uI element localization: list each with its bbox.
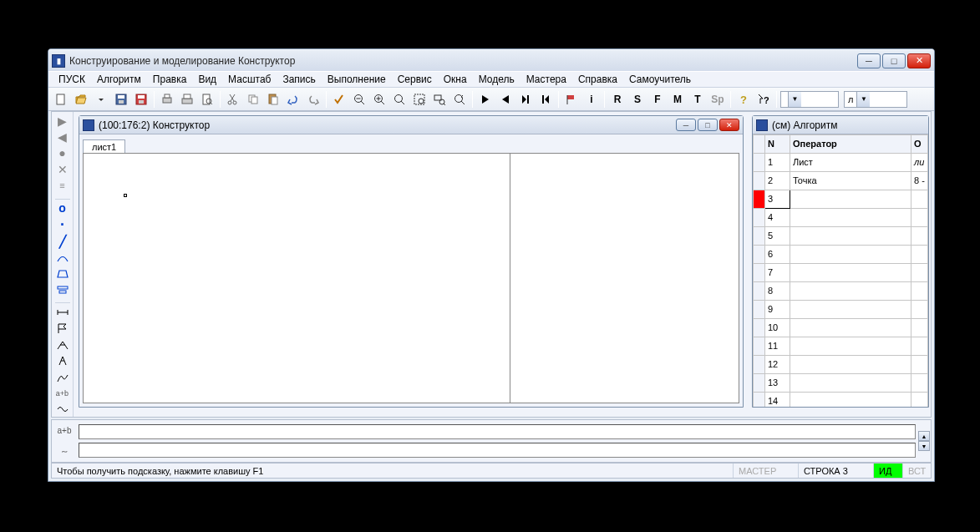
- play-icon[interactable]: [476, 90, 495, 109]
- tab-sheet1[interactable]: лист1: [83, 139, 125, 154]
- letter-m[interactable]: M: [668, 90, 687, 109]
- table-row[interactable]: 9: [754, 301, 928, 319]
- print-setup-icon[interactable]: [158, 90, 176, 109]
- zoom-out-icon[interactable]: [350, 90, 368, 109]
- minimize-button[interactable]: ─: [857, 53, 881, 68]
- table-row[interactable]: 4: [754, 209, 928, 227]
- save-icon[interactable]: [112, 90, 130, 109]
- titlebar[interactable]: ▮ Конструирование и моделирование Констр…: [48, 49, 934, 71]
- menu-execution[interactable]: Выполнение: [322, 72, 391, 87]
- table-row[interactable]: 6: [754, 246, 928, 264]
- flag-icon[interactable]: [562, 90, 581, 109]
- chevron-down-icon[interactable]: ▼: [788, 92, 801, 107]
- preview-icon[interactable]: [198, 90, 216, 109]
- zoom-in-icon[interactable]: [370, 90, 388, 109]
- copy-icon[interactable]: [244, 90, 262, 109]
- menu-start[interactable]: ПУСК: [53, 72, 90, 87]
- tool-spline[interactable]: [53, 370, 72, 384]
- tool-o[interactable]: о: [53, 201, 72, 215]
- circle-icon[interactable]: ●: [53, 146, 72, 160]
- menu-record[interactable]: Запись: [277, 72, 320, 87]
- child-maximize-button[interactable]: □: [698, 119, 718, 131]
- menu-windows[interactable]: Окна: [439, 72, 472, 87]
- close-button[interactable]: ✕: [907, 53, 931, 68]
- constructor-titlebar[interactable]: (100:176:2) Конструктор ─ □ ✕: [79, 116, 743, 134]
- menu-service[interactable]: Сервис: [393, 72, 437, 87]
- step-fwd-icon[interactable]: [516, 90, 535, 109]
- print-icon[interactable]: [178, 90, 196, 109]
- child-minimize-button[interactable]: ─: [676, 119, 696, 131]
- arrow-left-icon[interactable]: ◀: [53, 129, 72, 144]
- menu-masters[interactable]: Мастера: [521, 72, 571, 87]
- menu-edit[interactable]: Правка: [148, 72, 192, 87]
- table-row[interactable]: 8: [754, 282, 928, 301]
- help-icon[interactable]: ?: [734, 90, 753, 109]
- list-icon[interactable]: ≡: [53, 179, 72, 193]
- formula-input-1[interactable]: [79, 424, 916, 439]
- toolbar-combo-1[interactable]: ▼: [780, 91, 839, 108]
- table-row[interactable]: 1Листли: [754, 154, 928, 172]
- check-icon[interactable]: [330, 90, 348, 109]
- table-row[interactable]: 2Точка8 -: [754, 172, 928, 190]
- table-row[interactable]: 11: [754, 337, 928, 356]
- paste-icon[interactable]: [264, 90, 282, 109]
- menu-algorithm[interactable]: Алгоритм: [92, 72, 146, 87]
- child-close-button[interactable]: ✕: [719, 119, 739, 131]
- context-help-icon[interactable]: ?: [754, 90, 773, 109]
- dropdown-icon[interactable]: [92, 90, 110, 109]
- menu-help[interactable]: Справка: [573, 72, 622, 87]
- table-row[interactable]: 13: [754, 374, 928, 393]
- redo-icon[interactable]: [304, 90, 322, 109]
- tool-flag[interactable]: [53, 322, 72, 336]
- zoom-window-icon[interactable]: [430, 90, 449, 109]
- step-back-icon[interactable]: [536, 90, 555, 109]
- table-row[interactable]: 12: [754, 356, 928, 374]
- zoom-fit-icon[interactable]: [410, 90, 429, 109]
- table-row[interactable]: 3: [754, 190, 928, 209]
- tool-triangle[interactable]: [53, 337, 72, 352]
- tool-measure-h[interactable]: [53, 305, 72, 319]
- tool-ab[interactable]: a+b: [53, 386, 72, 400]
- letter-f[interactable]: F: [648, 90, 667, 109]
- zoom-prev-icon[interactable]: [450, 90, 469, 109]
- arrow-right-icon[interactable]: ▶: [53, 114, 72, 128]
- new-icon[interactable]: [52, 90, 70, 109]
- x-icon[interactable]: ✕: [53, 162, 72, 176]
- spin-up-icon[interactable]: ▲: [918, 431, 930, 441]
- tool-wave[interactable]: [53, 403, 72, 417]
- algorithm-grid[interactable]: NОператорО1Листли2Точка8 -34567891011121…: [753, 134, 928, 407]
- maximize-button[interactable]: □: [882, 53, 906, 68]
- tool-compass[interactable]: [53, 354, 72, 368]
- tool-line[interactable]: ╱: [53, 234, 72, 248]
- table-row[interactable]: 14: [754, 393, 928, 408]
- tool-trapezoid[interactable]: [53, 266, 72, 281]
- formula-input-2[interactable]: [79, 443, 916, 458]
- save-red-icon[interactable]: [132, 90, 150, 109]
- table-row[interactable]: 5: [754, 227, 928, 246]
- spin-down-icon[interactable]: ▼: [918, 441, 930, 451]
- table-row[interactable]: 10: [754, 319, 928, 337]
- tool-point[interactable]: ·: [53, 217, 72, 232]
- play-back-icon[interactable]: [496, 90, 515, 109]
- letter-sp[interactable]: Sp: [708, 90, 727, 109]
- toolbar-combo-2[interactable]: л▼: [844, 91, 907, 108]
- drawing-point[interactable]: [124, 194, 127, 197]
- menu-view[interactable]: Вид: [193, 72, 221, 87]
- zoom-icon[interactable]: [390, 90, 409, 109]
- menu-scale[interactable]: Масштаб: [223, 72, 276, 87]
- tool-align[interactable]: [53, 282, 72, 296]
- letter-s[interactable]: S: [628, 90, 647, 109]
- letter-i[interactable]: i: [582, 90, 601, 109]
- open-icon[interactable]: [72, 90, 90, 109]
- tool-arc[interactable]: [53, 250, 72, 264]
- letter-r[interactable]: R: [608, 90, 627, 109]
- letter-t[interactable]: T: [688, 90, 707, 109]
- menu-model[interactable]: Модель: [474, 72, 520, 87]
- cut-icon[interactable]: [224, 90, 242, 109]
- table-row[interactable]: 7: [754, 264, 928, 282]
- drawing-canvas[interactable]: [83, 153, 739, 403]
- chevron-down-icon[interactable]: ▼: [856, 92, 870, 107]
- algorithm-titlebar[interactable]: (см) Алгоритм: [753, 116, 928, 134]
- menu-tutorial[interactable]: Самоучитель: [624, 72, 696, 87]
- undo-icon[interactable]: [284, 90, 302, 109]
